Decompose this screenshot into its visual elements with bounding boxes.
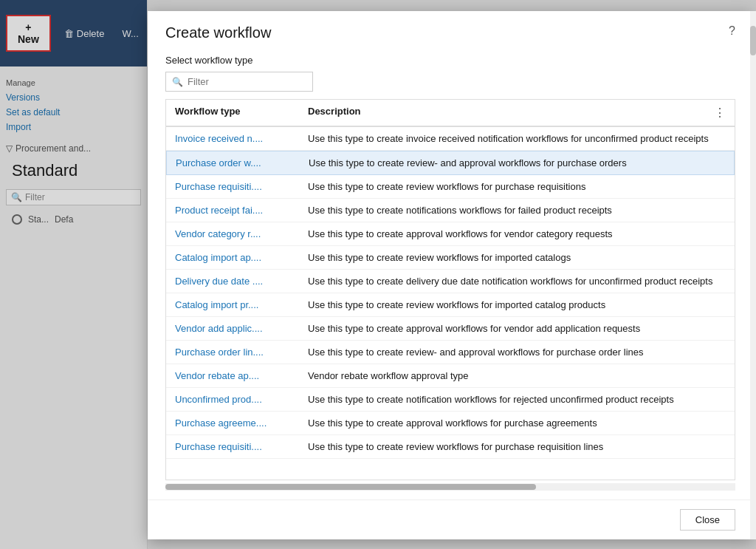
table-row[interactable]: Purchase order w....Use this type to cre… xyxy=(166,151,735,175)
table-rows-container: Invoice received n....Use this type to c… xyxy=(166,127,735,459)
table-row[interactable]: Unconfirmed prod....Use this type to cre… xyxy=(166,388,735,412)
create-workflow-modal: Create workflow ? Select workflow type 🔍… xyxy=(148,11,753,539)
workflow-description-cell: Use this type to create invoice received… xyxy=(308,133,726,144)
workflow-description-cell: Use this type to create review workflows… xyxy=(308,299,726,310)
filter-search-icon: 🔍 xyxy=(172,77,183,87)
workflow-type-cell[interactable]: Purchase order w.... xyxy=(176,157,309,168)
workflow-type-cell[interactable]: Delivery due date .... xyxy=(175,276,308,287)
table-row[interactable]: Purchase order lin....Use this type to c… xyxy=(166,341,735,364)
workflow-description-cell: Use this type to create approval workflo… xyxy=(308,228,726,239)
workflow-type-cell[interactable]: Vendor category r.... xyxy=(175,228,308,239)
close-button[interactable]: Close xyxy=(680,509,735,531)
filter-input-box[interactable]: 🔍 xyxy=(165,72,313,92)
workflow-description-cell: Use this type to create review workflows… xyxy=(308,181,726,192)
scrollbar-thumb xyxy=(165,484,536,490)
workflow-type-cell[interactable]: Unconfirmed prod.... xyxy=(175,394,308,405)
table-row[interactable]: Product receipt fai....Use this type to … xyxy=(166,199,735,222)
workflow-type-cell[interactable]: Vendor rebate ap.... xyxy=(175,370,308,381)
workflow-description-cell: Use this type to create review- and appr… xyxy=(309,157,725,168)
workflow-type-cell[interactable]: Purchase requisiti.... xyxy=(175,181,308,192)
table-row[interactable]: Purchase requisiti....Use this type to c… xyxy=(166,435,735,459)
workflow-table: Workflow type Description ⋮ Invoice rece… xyxy=(165,99,735,480)
vertical-scrollbar-thumb xyxy=(750,26,756,55)
workflow-description-cell: Use this type to create review workflows… xyxy=(308,252,726,263)
modal-title: Create workflow xyxy=(165,24,271,41)
workflow-type-cell[interactable]: Invoice received n.... xyxy=(175,133,308,144)
modal-header: Create workflow ? xyxy=(148,11,753,49)
workflow-description-cell: Use this type to create notifications wo… xyxy=(308,205,726,216)
workflow-description-cell: Vendor rebate workflow approval type xyxy=(308,370,726,381)
table-row[interactable]: Vendor rebate ap....Vendor rebate workfl… xyxy=(166,364,735,388)
table-row[interactable]: Invoice received n....Use this type to c… xyxy=(166,127,735,151)
table-row[interactable]: Purchase agreeme....Use this type to cre… xyxy=(166,412,735,435)
workflow-description-cell: Use this type to create delivery due dat… xyxy=(308,276,726,287)
th-workflow-type: Workflow type xyxy=(175,106,308,120)
workflow-type-cell[interactable]: Purchase agreeme.... xyxy=(175,417,308,429)
workflow-description-cell: Use this type to create review- and appr… xyxy=(308,347,726,358)
workflow-type-cell[interactable]: Catalog import ap.... xyxy=(175,252,308,263)
workflow-type-cell[interactable]: Vendor add applic.... xyxy=(175,323,308,334)
table-row[interactable]: Purchase requisiti....Use this type to c… xyxy=(166,175,735,199)
horizontal-scrollbar[interactable] xyxy=(165,483,735,491)
table-row[interactable]: Delivery due date ....Use this type to c… xyxy=(166,270,735,293)
workflow-description-cell: Use this type to create approval workflo… xyxy=(308,417,726,429)
filter-input[interactable] xyxy=(188,76,306,87)
select-workflow-label: Select workflow type xyxy=(165,55,735,66)
th-description: Description xyxy=(308,106,714,120)
table-row[interactable]: Catalog import ap....Use this type to cr… xyxy=(166,246,735,270)
modal-footer: Close xyxy=(148,499,753,539)
workflow-type-cell[interactable]: Purchase requisiti.... xyxy=(175,441,308,452)
help-icon[interactable]: ? xyxy=(729,24,735,38)
more-options-icon[interactable]: ⋮ xyxy=(714,106,726,120)
workflow-type-cell[interactable]: Catalog import pr.... xyxy=(175,299,308,310)
workflow-description-cell: Use this type to create notification wor… xyxy=(308,394,726,405)
workflow-type-cell[interactable]: Product receipt fai.... xyxy=(175,205,308,216)
workflow-description-cell: Use this type to create approval workflo… xyxy=(308,323,726,334)
table-row[interactable]: Vendor add applic....Use this type to cr… xyxy=(166,317,735,341)
workflow-type-cell[interactable]: Purchase order lin.... xyxy=(175,347,308,358)
table-row[interactable]: Vendor category r....Use this type to cr… xyxy=(166,222,735,246)
modal-body: Select workflow type 🔍 Workflow type Des… xyxy=(148,49,753,499)
table-header: Workflow type Description ⋮ xyxy=(166,100,735,127)
table-row[interactable]: Catalog import pr....Use this type to cr… xyxy=(166,293,735,317)
vertical-scrollbar[interactable] xyxy=(750,11,756,539)
workflow-description-cell: Use this type to create review workflows… xyxy=(308,441,726,452)
